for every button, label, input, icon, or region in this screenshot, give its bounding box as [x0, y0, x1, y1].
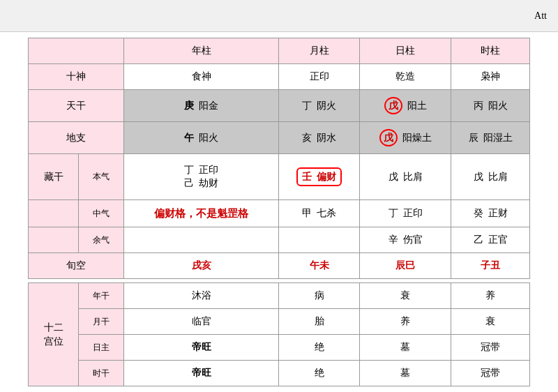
tiangan-col3-attr: 阳土 [407, 100, 427, 111]
tiangan-col2-char: 丁 [302, 100, 312, 111]
zanggan-col4: 戊 比肩 [451, 153, 530, 199]
gongwei-r4-c3: 墓 [360, 360, 451, 386]
zhongqi-empty [29, 200, 79, 227]
gongwei-r4-c1: 帝旺 [124, 360, 279, 386]
header-shizhu: 时柱 [451, 38, 530, 64]
gongwei-r1-c1: 沐浴 [124, 283, 279, 309]
zhongqi-col3: 丁 正印 [360, 200, 451, 227]
gongwei-row3: 日主 帝旺 绝 墓 冠带 [29, 334, 530, 360]
dizhi-row: 地支 午 阳火 亥 阴水 戊 阳燥土 辰 阳湿土 [29, 121, 530, 153]
header-nianzhu: 年柱 [124, 38, 279, 64]
header-row: 年柱 月柱 日柱 时柱 [29, 38, 530, 64]
zhongqi-col2: 甲 七杀 [279, 200, 360, 227]
yuqi-col2-empty [279, 227, 360, 253]
tiangan-col3-char-circled: 戊 [384, 97, 402, 115]
zhongqi-annotation-text: 偏财格，不是魁罡格 [154, 208, 248, 219]
shishen-label: 十神 [29, 63, 124, 89]
header-yuezhu: 月柱 [279, 38, 360, 64]
zanggan-col3: 戊 比肩 [360, 153, 451, 199]
zanggan-sub1: 本气 [79, 153, 124, 199]
header-empty [29, 38, 124, 64]
main-content: 年柱 月柱 日柱 时柱 十神 食神 正印 乾造 枭神 天干 庚 阳金 [0, 32, 558, 392]
gongwei-label: 十二 宫位 [29, 283, 79, 386]
gongwei-r1-c4: 养 [451, 283, 530, 309]
yuqi-col1-empty [124, 227, 279, 253]
dizhi-col2-char: 亥 [302, 133, 312, 143]
gongwei-r2-c1: 临官 [124, 309, 279, 335]
gongwei-r3-c3: 墓 [360, 334, 451, 360]
gongwei-r2-c3: 养 [360, 309, 451, 335]
dizhi-col4-char: 辰 [469, 133, 478, 143]
dizhi-col1: 午 阳火 [124, 121, 279, 153]
dizhi-col1-attr: 阳火 [199, 133, 218, 143]
shishen-col3: 乾造 [360, 63, 451, 89]
dizhi-label: 地支 [29, 121, 124, 153]
xunkong-row: 旬空 戌亥 午未 辰巳 子丑 [29, 253, 530, 279]
gongwei-r3-c2: 绝 [279, 334, 360, 360]
tiangan-row: 天干 庚 阳金 丁 阴火 戊 阳土 丙 阳火 [29, 89, 530, 121]
zanggan-col1-c: 己 劫财 [128, 176, 275, 190]
gongwei-sub2: 月干 [79, 309, 124, 335]
zhongqi-col4: 癸 正财 [451, 200, 530, 227]
shishen-col4: 枭神 [451, 63, 530, 89]
bazi-table: 年柱 月柱 日柱 时柱 十神 食神 正印 乾造 枭神 天干 庚 阳金 [28, 38, 530, 386]
tiangan-col4: 丙 阳火 [451, 89, 530, 121]
dizhi-col4: 辰 阳湿土 [451, 121, 530, 153]
gongwei-row1: 十二 宫位 年干 沐浴 病 衰 养 [29, 283, 530, 309]
gongwei-r4-c2: 绝 [279, 360, 360, 386]
dizhi-col1-char: 午 [184, 133, 194, 143]
page-wrapper: Att 年柱 月柱 日柱 时柱 十神 食神 正印 乾造 枭神 天干 [0, 0, 558, 392]
zanggan-col2: 壬 偏财 [279, 153, 360, 199]
xunkong-label: 旬空 [29, 253, 124, 279]
dizhi-col3-attr: 阳燥土 [402, 133, 432, 143]
shishen-col2: 正印 [279, 63, 360, 89]
zanggan-benqi-row: 藏干 本气 丁 正印 己 劫财 壬 偏财 戊 比肩 [29, 153, 530, 199]
gongwei-sub3: 日主 [79, 334, 124, 360]
gongwei-r3-c1: 帝旺 [124, 334, 279, 360]
tiangan-label: 天干 [29, 89, 124, 121]
gongwei-r3-c4: 冠带 [451, 334, 530, 360]
xunkong-col1: 戌亥 [124, 253, 279, 279]
gongwei-row2: 月干 临官 胎 养 衰 [29, 309, 530, 335]
top-bar: Att [0, 0, 558, 32]
gongwei-r4-c4: 冠带 [451, 360, 530, 386]
yuqi-empty [29, 227, 79, 253]
zhongqi-row: 中气 偏财格，不是魁罡格 甲 七杀 丁 正印 癸 正财 [29, 200, 530, 227]
gongwei-r1-c2: 病 [279, 283, 360, 309]
dizhi-col3: 戊 阳燥土 [360, 121, 451, 153]
yuqi-col4: 乙 正官 [451, 227, 530, 253]
tiangan-col1: 庚 阳金 [124, 89, 279, 121]
gongwei-r2-c2: 胎 [279, 309, 360, 335]
shishen-row: 十神 食神 正印 乾造 枭神 [29, 63, 530, 89]
gongwei-row4: 时干 帝旺 绝 墓 冠带 [29, 360, 530, 386]
xunkong-col3: 辰巳 [360, 253, 451, 279]
tiangan-col1-char: 庚 [184, 100, 194, 111]
zanggan-col1-a: 丁 正印 [128, 163, 275, 177]
yuqi-col3: 辛 伤官 [360, 227, 451, 253]
xunkong-col2: 午未 [279, 253, 360, 279]
dizhi-col2-attr: 阴水 [317, 133, 336, 143]
zhongqi-sub: 中气 [79, 200, 124, 227]
dizhi-col4-attr: 阳湿土 [483, 133, 513, 143]
header-rizhu: 日柱 [360, 38, 451, 64]
gongwei-r1-c3: 衰 [360, 283, 451, 309]
tiangan-col1-attr: 阳金 [199, 100, 218, 111]
tiangan-col2-attr: 阴火 [317, 100, 336, 111]
tiangan-col3: 戊 阳土 [360, 89, 451, 121]
zanggan-col1: 丁 正印 己 劫财 [124, 153, 279, 199]
xunkong-col4: 子丑 [451, 253, 530, 279]
dizhi-col3-circled: 戊 [379, 129, 398, 147]
yuqi-sub: 余气 [79, 227, 124, 253]
tiangan-col4-char: 丙 [474, 100, 483, 111]
tiangan-col2: 丁 阴火 [279, 89, 360, 121]
gongwei-r2-c4: 衰 [451, 309, 530, 335]
shishen-col1: 食神 [124, 63, 279, 89]
tiangan-col4-attr: 阳火 [488, 100, 508, 111]
top-bar-label: Att [534, 10, 547, 22]
gongwei-sub4: 时干 [79, 360, 124, 386]
zhongqi-annotation: 偏财格，不是魁罡格 [124, 200, 279, 227]
gongwei-sub1: 年干 [79, 283, 124, 309]
dizhi-col2: 亥 阴水 [279, 121, 360, 153]
yuqi-row: 余气 辛 伤官 乙 正官 [29, 227, 530, 253]
zanggan-label: 藏干 [29, 153, 79, 199]
